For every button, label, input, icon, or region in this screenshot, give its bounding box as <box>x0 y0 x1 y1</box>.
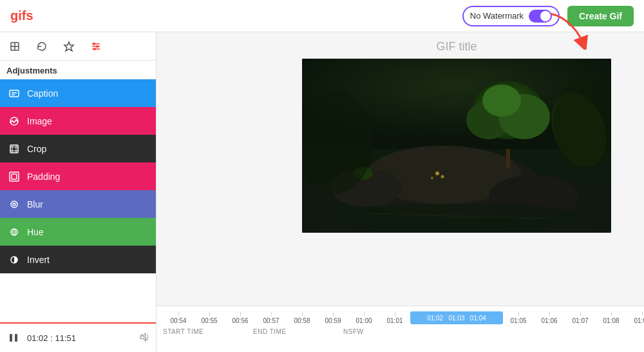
svg-point-6 <box>93 43 95 45</box>
pause-button[interactable] <box>6 331 21 345</box>
timeline-tick-0054[interactable]: 00:54 <box>163 312 194 324</box>
rotate-icon[interactable] <box>35 39 49 54</box>
sidebar-icon-row <box>0 32 156 61</box>
timeline-highlight[interactable]: 01:02 01:03 01:04 <box>410 311 503 324</box>
invert-icon <box>8 253 21 266</box>
timeline-tick-0056[interactable]: 00:56 <box>225 312 256 324</box>
crop-adj-icon <box>8 142 21 155</box>
svg-rect-20 <box>10 172 19 181</box>
svg-point-8 <box>96 45 99 48</box>
svg-point-22 <box>11 201 17 208</box>
timeline-tick-0108[interactable]: 01:08 <box>596 312 627 324</box>
caption-icon <box>8 87 21 100</box>
timeline-nsfw-label: NSFW <box>343 328 421 335</box>
timeline-tick-0059[interactable]: 00:59 <box>317 312 348 324</box>
sidebar-item-caption[interactable]: Caption <box>0 79 156 107</box>
hue-icon <box>8 226 21 239</box>
invert-label: Invert <box>27 255 50 265</box>
crop-icon[interactable] <box>8 39 22 54</box>
sidebar: Adjustments Caption Image Crop Padding <box>0 32 156 352</box>
image-icon <box>8 115 21 128</box>
timeline-labels: START TIME END TIME NSFW <box>156 326 644 337</box>
sound-icon[interactable] <box>139 332 149 344</box>
sidebar-item-invert[interactable]: Invert <box>0 246 156 273</box>
timeline-tick-0055[interactable]: 00:55 <box>194 312 225 324</box>
timeline-area: 00:54 00:55 00:56 00:57 00:58 00:59 01:0… <box>156 306 644 352</box>
blur-label: Blur <box>27 199 43 210</box>
main-layout: Adjustments Caption Image Crop Padding <box>0 32 644 352</box>
svg-point-43 <box>482 84 521 117</box>
hue-label: Hue <box>27 227 44 237</box>
crop-label: Crop <box>27 144 46 154</box>
timeline-end-label: END TIME <box>253 328 343 335</box>
app-logo: gifs <box>10 8 33 23</box>
gif-preview-container <box>156 59 644 306</box>
header: gifs No Watermark Create Gif <box>0 0 644 32</box>
svg-rect-26 <box>10 334 12 342</box>
sidebar-item-hue[interactable]: Hue <box>0 218 156 246</box>
caption-label: Caption <box>27 88 58 99</box>
svg-point-10 <box>93 48 96 50</box>
sidebar-item-padding[interactable]: Padding <box>0 162 156 190</box>
timeline-tick-0101[interactable]: 01:01 <box>379 312 410 324</box>
sidebar-playback-bar: 01:02 : 11:51 <box>0 322 156 352</box>
image-label: Image <box>27 116 52 126</box>
adjustments-icon[interactable] <box>89 39 103 54</box>
sidebar-item-image[interactable]: Image <box>0 107 156 135</box>
svg-point-50 <box>431 177 433 179</box>
gif-image <box>302 59 611 233</box>
svg-rect-21 <box>12 174 17 179</box>
scene-svg <box>302 59 611 233</box>
adjustments-label: Adjustments <box>0 61 156 79</box>
timeline-tick-0105[interactable]: 01:05 <box>503 312 534 324</box>
timeline-start-label: START TIME <box>163 328 253 335</box>
svg-rect-27 <box>15 334 17 342</box>
blur-icon <box>8 198 21 211</box>
sidebar-item-crop[interactable]: Crop <box>0 135 156 162</box>
content-area: GIF title <box>156 32 644 352</box>
padding-label: Padding <box>27 171 60 182</box>
timeline-tick-0109[interactable]: 01:09 <box>627 312 644 324</box>
timeline-tick-0057[interactable]: 00:57 <box>256 312 287 324</box>
timeline-track: 00:54 00:55 00:56 00:57 00:58 00:59 01:0… <box>156 306 644 326</box>
timeline-tick-0100[interactable]: 01:00 <box>348 312 379 324</box>
svg-marker-4 <box>64 42 73 51</box>
timeline-tick-0107[interactable]: 01:07 <box>565 312 596 324</box>
watermark-label: No Watermark <box>470 11 524 21</box>
padding-icon <box>8 170 21 183</box>
svg-point-48 <box>435 171 439 175</box>
toggle-knob <box>540 11 551 21</box>
watermark-toggle-switch[interactable] <box>529 10 552 23</box>
watermark-toggle-container[interactable]: No Watermark <box>462 6 560 26</box>
svg-point-23 <box>13 203 15 206</box>
gif-title[interactable]: GIF title <box>156 32 644 59</box>
time-display: 01:02 : 11:51 <box>27 333 76 343</box>
sidebar-item-blur[interactable]: Blur <box>0 190 156 218</box>
header-controls: No Watermark Create Gif <box>462 6 634 26</box>
svg-rect-15 <box>10 145 18 153</box>
timeline-tick-0058[interactable]: 00:58 <box>287 312 317 324</box>
gif-scene <box>302 59 611 233</box>
create-gif-button[interactable]: Create Gif <box>567 6 634 26</box>
svg-point-49 <box>441 175 444 179</box>
svg-rect-11 <box>10 90 19 97</box>
effects-icon[interactable] <box>62 39 76 54</box>
timeline-tick-0106[interactable]: 01:06 <box>534 312 565 324</box>
